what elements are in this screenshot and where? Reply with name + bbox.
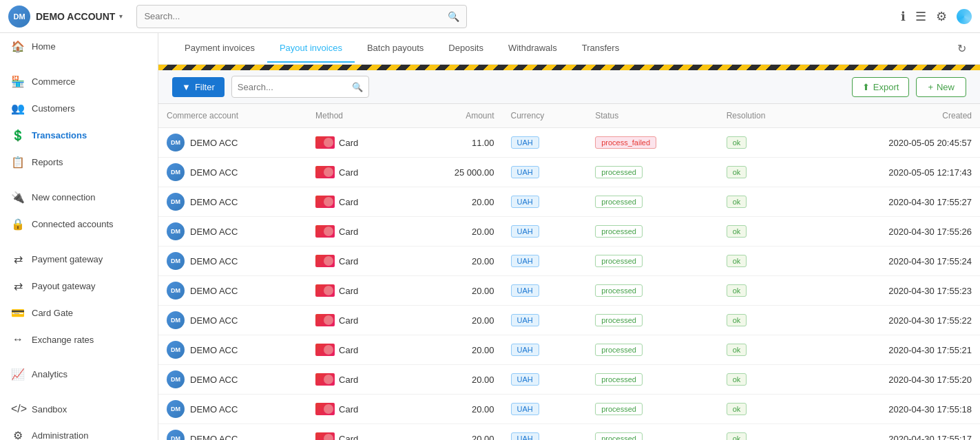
chevron-down-icon[interactable]: ▾ bbox=[119, 12, 123, 20]
tab-deposits[interactable]: Deposits bbox=[436, 34, 496, 63]
card-method-icon bbox=[315, 314, 335, 326]
tab-batch-payouts[interactable]: Batch payouts bbox=[355, 34, 436, 63]
sidebar-item-exchange-rates[interactable]: ↔ Exchange rates bbox=[0, 326, 158, 353]
export-button[interactable]: ⬆ Export bbox=[852, 77, 910, 97]
filter-icon: ▼ bbox=[182, 82, 191, 92]
cell-currency: UAH bbox=[503, 335, 587, 365]
account-avatar: DM bbox=[167, 400, 185, 418]
info-icon[interactable]: ℹ bbox=[901, 9, 906, 24]
home-icon: 🏠 bbox=[11, 40, 25, 53]
cell-created: 2020-04-30 17:55:18 bbox=[812, 395, 980, 424]
cell-amount: 20.00 bbox=[407, 365, 502, 395]
sidebar-item-card-gate[interactable]: 💳 Card Gate bbox=[0, 300, 158, 326]
resolution-badge: ok bbox=[727, 166, 747, 178]
table-row[interactable]: DMDEMO ACCCard11.00UAHprocess_failedok20… bbox=[158, 128, 980, 158]
card-method-icon bbox=[315, 344, 335, 356]
settings-icon[interactable]: ⚙ bbox=[936, 9, 947, 24]
sidebar-item-home[interactable]: 🏠 Home bbox=[0, 33, 158, 60]
tab-payment-invoices[interactable]: Payment invoices bbox=[172, 34, 267, 63]
table-row[interactable]: DMDEMO ACCCard20.00UAHprocessedok2020-04… bbox=[158, 187, 980, 217]
cell-amount: 20.00 bbox=[407, 276, 502, 306]
cell-created: 2020-04-30 17:55:22 bbox=[812, 306, 980, 335]
sidebar-item-connected-accounts[interactable]: 🔒 Connected accounts bbox=[0, 211, 158, 238]
cell-commerce-account: DMDEMO ACC bbox=[158, 247, 307, 276]
card-method-icon bbox=[315, 196, 335, 208]
resolution-badge: ok bbox=[727, 403, 747, 415]
cell-created: 2020-04-30 17:55:23 bbox=[812, 276, 980, 306]
status-badge: processed bbox=[595, 255, 643, 267]
sidebar-item-reports[interactable]: 📋 Reports bbox=[0, 149, 158, 176]
currency-badge: UAH bbox=[511, 196, 539, 208]
sidebar-item-sandbox[interactable]: </> Sandbox bbox=[0, 396, 158, 422]
sidebar: 🏠 Home 🏪 Commerce 👥 Customers 💲 Transact… bbox=[0, 33, 158, 440]
resolution-badge: ok bbox=[727, 314, 747, 326]
toolbar: ▼ Filter 🔍 ⬆ Export + New bbox=[158, 70, 980, 104]
currency-badge: UAH bbox=[511, 314, 539, 326]
sidebar-item-commerce[interactable]: 🏪 Commerce bbox=[0, 68, 158, 95]
tab-payout-invoices[interactable]: Payout invoices bbox=[267, 34, 355, 63]
table-row[interactable]: DMDEMO ACCCard20.00UAHprocessedok2020-04… bbox=[158, 217, 980, 247]
col-status: Status bbox=[587, 104, 718, 128]
toolbar-search-input[interactable] bbox=[238, 82, 352, 92]
payout-gateway-icon: ⇄ bbox=[11, 280, 25, 293]
cell-created: 2020-05-05 12:17:43 bbox=[812, 158, 980, 187]
cell-method: Card bbox=[307, 276, 407, 306]
document-icon[interactable]: ☰ bbox=[915, 9, 926, 24]
warning-stripe bbox=[158, 65, 980, 70]
card-method-icon bbox=[315, 255, 335, 267]
col-created: Created bbox=[812, 104, 980, 128]
payment-gateway-icon: ⇄ bbox=[11, 253, 25, 266]
connected-accounts-icon: 🔒 bbox=[11, 218, 25, 231]
cell-resolution: ok bbox=[718, 424, 812, 441]
account-avatar: DM bbox=[167, 311, 185, 329]
global-search-input[interactable] bbox=[144, 11, 448, 21]
table-row[interactable]: DMDEMO ACCCard20.00UAHprocessedok2020-04… bbox=[158, 424, 980, 441]
currency-badge: UAH bbox=[511, 344, 539, 356]
sidebar-item-customers[interactable]: 👥 Customers bbox=[0, 95, 158, 122]
new-button[interactable]: + New bbox=[916, 77, 966, 97]
cell-status: processed bbox=[587, 247, 718, 276]
resolution-badge: ok bbox=[727, 344, 747, 356]
table-row[interactable]: DMDEMO ACCCard20.00UAHprocessedok2020-04… bbox=[158, 365, 980, 395]
grid-icon[interactable] bbox=[957, 9, 972, 24]
sidebar-item-transactions[interactable]: 💲 Transactions bbox=[0, 122, 158, 149]
sidebar-item-administration[interactable]: ⚙ Administration bbox=[0, 422, 158, 440]
table-row[interactable]: DMDEMO ACCCard20.00UAHprocessedok2020-04… bbox=[158, 276, 980, 306]
filter-button[interactable]: ▼ Filter bbox=[172, 77, 225, 97]
sidebar-item-label: Connected accounts bbox=[32, 219, 114, 229]
tab-withdrawals[interactable]: Withdrawals bbox=[496, 34, 570, 63]
tab-transfers[interactable]: Transfers bbox=[570, 34, 632, 63]
search-icon: 🔍 bbox=[352, 82, 363, 92]
cell-amount: 20.00 bbox=[407, 247, 502, 276]
administration-icon: ⚙ bbox=[11, 429, 25, 440]
main-content: Payment invoices Payout invoices Batch p… bbox=[158, 33, 980, 440]
sidebar-item-new-connection[interactable]: 🔌 New connection bbox=[0, 184, 158, 211]
cell-status: process_failed bbox=[587, 128, 718, 158]
card-gate-icon: 💳 bbox=[11, 306, 25, 319]
sidebar-item-payment-gateway[interactable]: ⇄ Payment gateway bbox=[0, 246, 158, 273]
cell-commerce-account: DMDEMO ACC bbox=[158, 276, 307, 306]
cell-amount: 20.00 bbox=[407, 424, 502, 441]
sidebar-item-label: Payment gateway bbox=[32, 254, 103, 264]
refresh-icon[interactable]: ↻ bbox=[957, 42, 966, 55]
account-avatar: DM bbox=[167, 430, 185, 440]
cell-currency: UAH bbox=[503, 158, 587, 187]
card-method-icon bbox=[315, 373, 335, 386]
cell-commerce-account: DMDEMO ACC bbox=[158, 187, 307, 217]
table-row[interactable]: DMDEMO ACCCard20.00UAHprocessedok2020-04… bbox=[158, 335, 980, 365]
analytics-icon: 📈 bbox=[11, 368, 25, 381]
cell-commerce-account: DMDEMO ACC bbox=[158, 365, 307, 395]
cell-resolution: ok bbox=[718, 306, 812, 335]
cell-amount: 25 000.00 bbox=[407, 158, 502, 187]
global-search-bar: 🔍 bbox=[136, 5, 467, 28]
resolution-badge: ok bbox=[727, 255, 747, 267]
sidebar-item-analytics[interactable]: 📈 Analytics bbox=[0, 361, 158, 388]
reports-icon: 📋 bbox=[11, 156, 25, 169]
table-row[interactable]: DMDEMO ACCCard20.00UAHprocessedok2020-04… bbox=[158, 395, 980, 424]
cell-currency: UAH bbox=[503, 128, 587, 158]
currency-badge: UAH bbox=[511, 403, 539, 415]
table-row[interactable]: DMDEMO ACCCard25 000.00UAHprocessedok202… bbox=[158, 158, 980, 187]
sidebar-item-payout-gateway[interactable]: ⇄ Payout gateway bbox=[0, 273, 158, 300]
table-row[interactable]: DMDEMO ACCCard20.00UAHprocessedok2020-04… bbox=[158, 247, 980, 276]
table-row[interactable]: DMDEMO ACCCard20.00UAHprocessedok2020-04… bbox=[158, 306, 980, 335]
